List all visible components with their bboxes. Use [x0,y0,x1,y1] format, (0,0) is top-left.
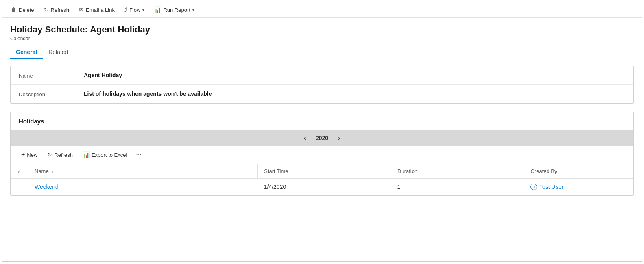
more-options-icon: ··· [136,151,141,158]
report-icon: 📊 [154,6,161,13]
form-card: Name Agent Holiday Description List of h… [10,66,634,104]
more-options-button[interactable]: ··· [133,149,144,160]
flow-icon: ⤴ [124,6,127,13]
refresh-icon: ↻ [44,6,49,13]
flow-button[interactable]: ⤴ Flow ▾ [120,4,148,15]
run-report-button[interactable]: 📊 Run Report ▾ [150,4,198,15]
holidays-section-title: Holidays [11,112,633,130]
main-toolbar: 🗑 Delete ↻ Refresh ✉ Email a Link ⤴ Flow… [2,2,642,18]
new-holiday-button[interactable]: + New [17,149,41,160]
row-name-cell: Weekend [28,179,258,195]
table-header-row: ✓ Name ↑ Start Time Duration [11,164,633,179]
refresh-holidays-icon: ↻ [47,151,52,158]
email-link-button[interactable]: ✉ Email a Link [75,4,119,15]
col-createdby-header: Created By [524,164,633,179]
run-report-label: Run Report [163,7,190,13]
form-row-name: Name Agent Holiday [11,66,633,85]
description-label: Description [19,91,84,97]
refresh-label: Refresh [51,7,70,13]
form-row-description: Description List of holidays when agents… [11,85,633,103]
holidays-table: ✓ Name ↑ Start Time Duration [11,164,633,195]
created-by-user-link[interactable]: ○ Test User [530,184,627,190]
row-duration-cell: 1 [391,179,524,195]
export-excel-label: Export to Excel [92,152,127,158]
delete-label: Delete [19,7,34,13]
flow-chevron-icon: ▾ [142,8,144,12]
tab-general[interactable]: General [10,45,43,59]
main-content: Name Agent Holiday Description List of h… [2,59,642,202]
refresh-holidays-button[interactable]: ↻ Refresh [43,149,77,160]
tab-related[interactable]: Related [43,45,74,59]
excel-icon: 📊 [83,151,90,158]
plus-icon: + [21,151,25,158]
name-value: Agent Holiday [84,72,122,78]
flow-label: Flow [129,7,140,13]
tabs-container: General Related [2,41,642,59]
page-header: Holiday Schedule: Agent Holiday Calendar [2,18,642,41]
col-check-header: ✓ [11,164,28,179]
col-starttime-header: Start Time [258,164,391,179]
holidays-card: Holidays ‹ 2020 › + New ↻ Refresh 📊 [10,112,634,196]
col-name-header[interactable]: Name ↑ [28,164,258,179]
email-icon: ✉ [79,6,84,13]
run-report-chevron-icon: ▾ [192,8,194,12]
row-createdby-cell: ○ Test User [524,179,633,195]
sort-icon: ↑ [52,169,54,174]
year-navigator: ‹ 2020 › [11,130,633,146]
delete-button[interactable]: 🗑 Delete [7,4,38,15]
row-check-cell [11,179,28,195]
page-subtitle: Calendar [10,36,634,41]
col-duration-header: Duration [391,164,524,179]
checkmark-icon: ✓ [17,168,22,174]
page-title: Holiday Schedule: Agent Holiday [10,24,634,35]
user-icon: ○ [530,184,537,190]
email-link-label: Email a Link [86,7,115,13]
delete-icon: 🗑 [11,6,17,13]
description-value: List of holidays when agents won't be av… [84,91,212,97]
refresh-holidays-label: Refresh [54,152,73,158]
year-label: 2020 [316,135,328,141]
new-holiday-label: New [27,152,37,158]
holidays-sub-toolbar: + New ↻ Refresh 📊 Export to Excel ··· [11,146,633,164]
row-starttime-cell: 1/4/2020 [258,179,391,195]
table-row: Weekend 1/4/2020 1 ○ Test User [11,179,633,195]
refresh-button[interactable]: ↻ Refresh [40,4,74,15]
holiday-name-link[interactable]: Weekend [35,184,59,190]
name-label: Name [19,72,84,79]
year-next-button[interactable]: › [335,134,343,143]
created-by-name: Test User [539,184,563,190]
export-excel-button[interactable]: 📊 Export to Excel [79,149,131,160]
year-prev-button[interactable]: ‹ [301,134,309,143]
